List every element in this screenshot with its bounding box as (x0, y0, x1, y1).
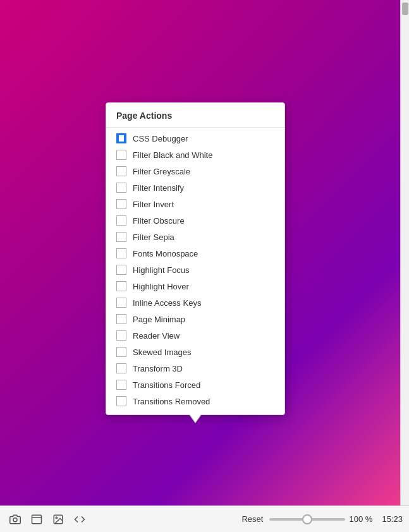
label-reader-view: Reader View (133, 331, 180, 341)
label-filter-greyscale: Filter Greyscale (133, 167, 190, 176)
checkbox-filter-sepia[interactable] (116, 232, 126, 242)
label-skewed-images: Skewed Images (133, 348, 192, 357)
panel-item-transform-3d[interactable]: Transform 3D (106, 360, 284, 377)
panel-items-list: CSS DebuggerFilter Black and WhiteFilter… (106, 130, 284, 409)
panel-item-highlight-focus[interactable]: Highlight Focus (106, 262, 284, 278)
panel-item-reader-view[interactable]: Reader View (106, 327, 284, 344)
panel-item-css-debugger[interactable]: CSS Debugger (106, 130, 284, 147)
checkbox-fonts-monospace[interactable] (116, 248, 126, 258)
zoom-label: 100 % (349, 514, 373, 524)
panel-arrow-inner (190, 414, 201, 422)
code-icon[interactable] (71, 511, 89, 528)
svg-point-0 (13, 517, 17, 521)
checkbox-filter-intensify[interactable] (116, 183, 126, 193)
label-fonts-monospace: Fonts Monospace (133, 249, 198, 258)
zoom-slider[interactable] (269, 518, 345, 521)
checkbox-transform-3d[interactable] (116, 363, 126, 373)
checkbox-page-minimap[interactable] (116, 314, 126, 324)
label-css-debugger: CSS Debugger (133, 134, 188, 143)
panel-item-filter-sepia[interactable]: Filter Sepia (106, 229, 284, 245)
panel-item-filter-intensify[interactable]: Filter Intensify (106, 179, 284, 196)
label-filter-sepia: Filter Sepia (133, 233, 174, 242)
label-highlight-focus: Highlight Focus (133, 265, 190, 275)
reset-button[interactable]: Reset (241, 514, 263, 524)
checkbox-filter-black-white[interactable] (116, 150, 126, 160)
label-page-minimap: Page Minimap (133, 315, 185, 324)
label-filter-obscure: Filter Obscure (133, 216, 185, 226)
checkbox-transitions-forced[interactable] (116, 380, 126, 390)
panel-item-skewed-images[interactable]: Skewed Images (106, 344, 284, 360)
label-transitions-removed: Transitions Removed (133, 397, 210, 406)
checkbox-highlight-focus[interactable] (116, 265, 126, 275)
label-transitions-forced: Transitions Forced (133, 380, 200, 390)
checkbox-inline-access-keys[interactable] (116, 298, 126, 308)
clock: 15:23 (382, 514, 403, 524)
panel-item-filter-black-white[interactable]: Filter Black and White (106, 147, 284, 163)
panel-item-inline-access-keys[interactable]: Inline Access Keys (106, 294, 284, 311)
svg-rect-1 (32, 515, 42, 524)
checkbox-css-debugger[interactable] (116, 133, 126, 143)
panel-item-highlight-hover[interactable]: Highlight Hover (106, 278, 284, 294)
label-inline-access-keys: Inline Access Keys (133, 298, 201, 308)
label-filter-intensify: Filter Intensify (133, 183, 184, 193)
checkbox-transitions-removed[interactable] (116, 396, 126, 406)
browser-icon[interactable] (28, 511, 46, 528)
camera-icon[interactable] (6, 511, 24, 528)
panel-item-transitions-removed[interactable]: Transitions Removed (106, 393, 284, 409)
scrollbar[interactable] (400, 0, 409, 532)
svg-point-4 (56, 517, 57, 518)
label-filter-invert: Filter Invert (133, 200, 174, 209)
panel-item-filter-greyscale[interactable]: Filter Greyscale (106, 163, 284, 179)
checkbox-filter-invert[interactable] (116, 199, 126, 209)
checkbox-reader-view[interactable] (116, 330, 126, 341)
panel-item-filter-invert[interactable]: Filter Invert (106, 196, 284, 212)
scrollbar-thumb[interactable] (402, 3, 408, 15)
panel-item-fonts-monospace[interactable]: Fonts Monospace (106, 245, 284, 262)
checkbox-filter-greyscale[interactable] (116, 166, 126, 176)
checkbox-highlight-hover[interactable] (116, 281, 126, 291)
label-transform-3d: Transform 3D (133, 364, 183, 373)
label-filter-black-white: Filter Black and White (133, 150, 212, 160)
zoom-slider-container (269, 518, 345, 521)
panel-item-transitions-forced[interactable]: Transitions Forced (106, 377, 284, 393)
page-actions-panel: Page Actions CSS DebuggerFilter Black an… (106, 102, 285, 415)
panel-title: Page Actions (106, 103, 284, 128)
panel-item-filter-obscure[interactable]: Filter Obscure (106, 212, 284, 229)
panel-item-page-minimap[interactable]: Page Minimap (106, 311, 284, 327)
toolbar: Reset 100 % 15:23 (0, 505, 409, 532)
checkbox-filter-obscure[interactable] (116, 215, 126, 226)
checkbox-skewed-images[interactable] (116, 347, 126, 357)
label-highlight-hover: Highlight Hover (133, 282, 189, 291)
image-icon[interactable] (49, 511, 67, 528)
